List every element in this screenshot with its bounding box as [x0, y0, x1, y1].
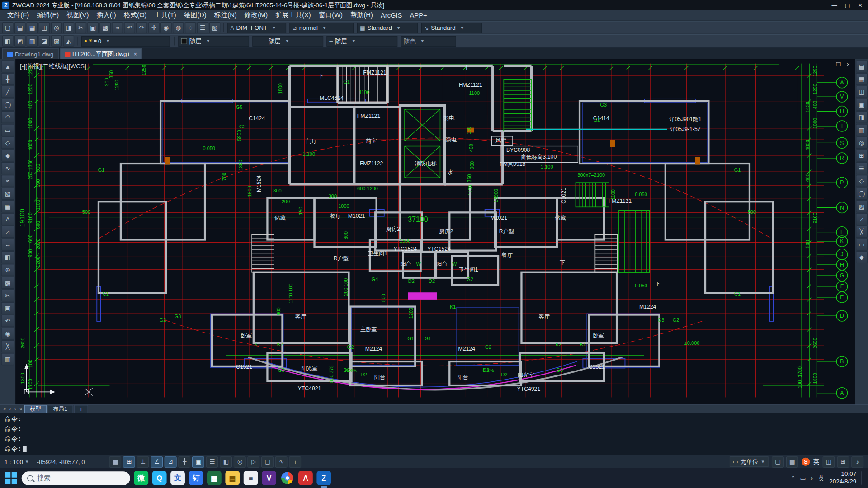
sheets-icon[interactable]: ▦ [207, 471, 222, 485]
taskbar-clock[interactable]: 10:07 2024/8/29 [829, 470, 856, 486]
taskbar-lang-indicator[interactable]: 英 [818, 474, 824, 482]
tab-close-icon[interactable]: × [134, 51, 137, 57]
layer-freeze-icon[interactable]: ◭ [63, 35, 74, 46]
save-icon[interactable]: ▦ [27, 22, 38, 33]
close-button[interactable]: ✕ [858, 2, 862, 8]
table-icon[interactable]: ▩ [1, 277, 14, 289]
layout-tab-+[interactable]: + [74, 405, 89, 413]
new-file-icon[interactable]: ▢ [2, 22, 13, 33]
circle-icon[interactable]: ◯ [1, 99, 14, 111]
doc-restore-button[interactable]: ❐ [836, 61, 841, 67]
menu-item-视图V[interactable]: 视图(V) [63, 10, 93, 20]
tray-chevron-icon[interactable]: ⌃ [790, 474, 795, 482]
menu-item-标注N[interactable]: 标注(N) [210, 10, 241, 20]
zoom-previous-icon[interactable]: ◌ [185, 22, 196, 33]
layout-nav-icon-1[interactable]: ‹ [8, 406, 12, 412]
layer-iso-icon[interactable]: ◪ [39, 35, 50, 46]
array-icon[interactable]: ▥ [1, 353, 14, 365]
panel-plot-icon[interactable]: ◫ [856, 86, 868, 98]
paste-icon[interactable]: ▩ [99, 22, 110, 33]
docs-icon[interactable]: 文 [170, 471, 185, 485]
dim-style-combo[interactable]: ⊿ normal ▼ [289, 23, 354, 33]
zoom-window-icon[interactable]: ◍ [173, 22, 184, 33]
dyn-icon[interactable]: ▣ [192, 456, 204, 467]
menu-item-工具T[interactable]: 工具(T) [151, 10, 180, 20]
layout-nav-icon-3[interactable]: » [18, 406, 23, 412]
dimension-icon[interactable]: ⊿ [1, 226, 14, 238]
fullscreen-icon[interactable]: ▢ [772, 456, 784, 467]
ucs-icon[interactable]: ◎ [234, 456, 246, 467]
ime-lang-indicator[interactable]: 英 [813, 458, 819, 466]
panel-dim-icon[interactable]: ⊿ [856, 213, 868, 225]
leader-icon[interactable]: ↔ [1, 239, 14, 251]
panel-trim-icon[interactable]: ╳ [856, 226, 868, 238]
menu-item-帮助H[interactable]: 帮助(H) [347, 10, 377, 20]
doc-tab-0[interactable]: Drawing1.dwg [2, 48, 59, 59]
plotstyle-combo[interactable]: 随色 ▼ [401, 36, 456, 46]
chrome-icon[interactable] [280, 471, 295, 485]
workspace-icon[interactable]: ▢ [261, 456, 274, 467]
menu-item-编辑E[interactable]: 编辑(E) [33, 10, 63, 20]
line-icon[interactable]: ╱ [1, 86, 14, 98]
rectangle-icon[interactable]: ▭ [1, 124, 14, 136]
spline-icon[interactable]: ∿ [1, 162, 14, 174]
tray-display-icon[interactable]: ▭ [800, 474, 806, 482]
note-icon[interactable]: ♪ [851, 456, 863, 467]
copy-icon[interactable]: ▣ [87, 22, 98, 33]
panel-hatch-icon[interactable]: ▨ [856, 200, 868, 212]
doc-close-button[interactable]: × [846, 61, 849, 67]
menu-item-ArcGIS[interactable]: ArcGIS [377, 10, 406, 20]
layer-prev-icon[interactable]: ▥ [27, 35, 38, 46]
menu-item-扩展工具X[interactable]: 扩展工具(X) [272, 10, 315, 20]
doc-minimize-button[interactable]: — [825, 61, 830, 67]
grid-icon[interactable]: ⊞ [123, 456, 135, 467]
layer-off-icon[interactable]: ▨ [51, 35, 62, 46]
start-button[interactable] [5, 471, 18, 484]
menu-item-修改M[interactable]: 修改(M) [241, 10, 272, 20]
dingtalk-icon[interactable]: 钉 [189, 471, 203, 485]
panel-poly-icon[interactable]: ◇ [856, 175, 868, 187]
color-combo[interactable]: 随层 ▼ [178, 36, 249, 46]
isolate-icon[interactable]: ∿ [275, 456, 288, 467]
crosshair-icon[interactable]: ╋ [1, 73, 14, 85]
layer-combo[interactable]: ● ☀ ■ 0 ▼ [81, 36, 170, 46]
view-controls[interactable]: [-][俯视][二维线框][WCS] [20, 62, 86, 70]
panel-list-icon[interactable]: ☰ [856, 162, 868, 174]
monitor-icon[interactable]: ◫ [823, 456, 835, 467]
drawing-viewport[interactable]: [-][俯视][二维线框][WCS] — ❐ × WVUTSRPNLKJHGFE… [15, 59, 855, 404]
properties-icon[interactable]: ☰ [197, 22, 208, 33]
scale-control[interactable]: 1 : 100 ▼ [5, 458, 29, 465]
polar-icon[interactable]: ∠ [151, 456, 163, 467]
panel-grid-icon[interactable]: ⊞ [856, 150, 868, 162]
lineweight-combo[interactable]: ━ 随层 ▼ [326, 36, 397, 46]
redo-icon[interactable]: ↷ [136, 22, 147, 33]
trim-icon[interactable]: ╳ [1, 340, 14, 352]
adobe-icon[interactable]: A [298, 471, 313, 485]
zoom-realtime-icon[interactable]: ◉ [160, 22, 171, 33]
preview-icon[interactable]: ◎ [51, 22, 62, 33]
menu-item-文件F[interactable]: 文件(F) [3, 10, 33, 20]
plot-icon[interactable]: ◫ [39, 22, 50, 33]
lwt-icon[interactable]: ☰ [206, 456, 218, 467]
sogou-ime-icon[interactable]: S [802, 458, 810, 466]
menu-item-绘图D[interactable]: 绘图(D) [180, 10, 210, 20]
folder-icon[interactable]: ▤ [225, 471, 240, 485]
layout-nav-icon-0[interactable]: « [2, 406, 7, 412]
grid2-icon[interactable]: ⊞ [837, 456, 849, 467]
open-file-icon[interactable]: ▤ [14, 22, 25, 33]
perf-icon[interactable]: ▤ [786, 456, 798, 467]
command-window[interactable]: 命令:命令:命令:命令: [0, 413, 868, 455]
panel-layers-icon[interactable]: ▤ [856, 60, 868, 72]
panel-rect-icon[interactable]: ▭ [856, 239, 868, 251]
designcenter-icon[interactable]: ▧ [209, 22, 220, 33]
doc-tab-1[interactable]: HT200...平面图.dwg+× [60, 48, 142, 59]
cycle-icon[interactable]: ◧ [220, 456, 232, 467]
undo-icon[interactable]: ↶ [124, 22, 135, 33]
pan-icon[interactable]: ✛ [148, 22, 159, 33]
maximize-button[interactable]: ▢ [845, 2, 850, 8]
units-control[interactable]: ▭ 无单位 ▼ [729, 456, 768, 467]
ide-icon[interactable]: V [262, 471, 276, 485]
ellipse-icon[interactable]: ◆ [1, 150, 14, 162]
layer-states-icon[interactable]: ◩ [14, 35, 25, 46]
menu-item-插入I[interactable]: 插入(I) [93, 10, 120, 20]
